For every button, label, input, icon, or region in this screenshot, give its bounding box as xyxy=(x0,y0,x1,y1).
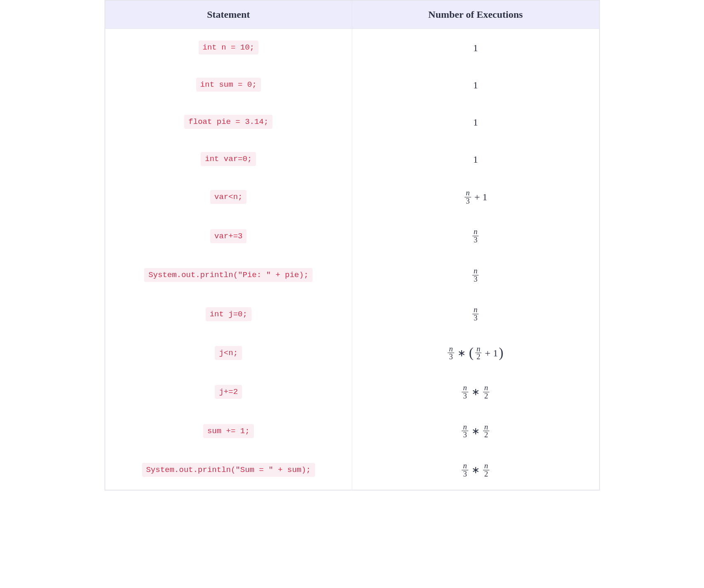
math-expression: 1 xyxy=(473,42,478,52)
statement-cell: j<n; xyxy=(105,334,352,372)
statement-cell: int n = 10; xyxy=(105,29,352,66)
statement-cell: int sum = 0; xyxy=(105,66,352,103)
math-expression: n3 xyxy=(472,269,479,280)
table-row: int n = 10;1 xyxy=(105,29,599,66)
math-expression: n3∗n2 xyxy=(461,386,490,396)
table-row: float pie = 3.14;1 xyxy=(105,103,599,140)
executions-cell: n3∗(n2+1) xyxy=(352,334,600,372)
math-expression: n3 xyxy=(472,308,479,318)
code-statement: var<n; xyxy=(210,190,247,204)
executions-cell: n3 xyxy=(352,294,600,333)
code-statement: int n = 10; xyxy=(199,40,258,55)
code-statement: int sum = 0; xyxy=(196,78,261,92)
code-statement: int var=0; xyxy=(201,152,256,166)
statement-cell: int var=0; xyxy=(105,140,352,178)
executions-cell: n3∗n2 xyxy=(352,372,600,411)
math-expression: n3∗n2 xyxy=(461,424,490,435)
statement-cell: int j=0; xyxy=(105,294,352,333)
code-statement: j+=2 xyxy=(215,385,242,399)
table-row: j<n;n3∗(n2+1) xyxy=(105,334,599,372)
statement-cell: var+=3 xyxy=(105,216,352,255)
table-container: Statement Number of Executions int n = 1… xyxy=(104,0,600,491)
math-expression: n3 xyxy=(472,230,479,240)
executions-cell: n3+1 xyxy=(352,178,600,216)
executions-cell: n3 xyxy=(352,216,600,255)
header-executions: Number of Executions xyxy=(352,1,600,29)
table-row: int j=0;n3 xyxy=(105,294,599,333)
code-statement: j<n; xyxy=(215,346,242,360)
executions-cell: 1 xyxy=(352,103,600,140)
table-row: var<n;n3+1 xyxy=(105,178,599,216)
table-row: System.out.println("Sum = " + sum);n3∗n2 xyxy=(105,450,599,490)
math-expression: n3+1 xyxy=(464,191,487,202)
code-statement: var+=3 xyxy=(210,229,247,243)
table-row: int var=0;1 xyxy=(105,140,599,178)
statement-cell: System.out.println("Pie: " + pie); xyxy=(105,256,352,294)
executions-cell: n3 xyxy=(352,256,600,294)
code-statement: float pie = 3.14; xyxy=(184,115,273,129)
table-row: var+=3n3 xyxy=(105,216,599,255)
table-row: j+=2n3∗n2 xyxy=(105,372,599,411)
math-expression: n3∗n2 xyxy=(461,464,490,474)
table-row: int sum = 0;1 xyxy=(105,66,599,103)
statement-cell: var<n; xyxy=(105,178,352,216)
code-statement: System.out.println("Sum = " + sum); xyxy=(142,463,315,477)
executions-cell: 1 xyxy=(352,29,600,66)
executions-cell: 1 xyxy=(352,66,600,103)
header-statement: Statement xyxy=(105,1,352,29)
code-statement: sum += 1; xyxy=(203,424,254,438)
executions-cell: 1 xyxy=(352,140,600,178)
executions-cell: n3∗n2 xyxy=(352,412,600,450)
statement-cell: j+=2 xyxy=(105,372,352,411)
statement-cell: System.out.println("Sum = " + sum); xyxy=(105,450,352,490)
table-row: System.out.println("Pie: " + pie);n3 xyxy=(105,256,599,294)
math-expression: 1 xyxy=(473,153,478,164)
math-expression: 1 xyxy=(473,116,478,127)
code-statement: System.out.println("Pie: " + pie); xyxy=(144,268,313,282)
math-expression: 1 xyxy=(473,79,478,90)
table-row: sum += 1;n3∗n2 xyxy=(105,412,599,450)
executions-cell: n3∗n2 xyxy=(352,450,600,490)
code-statement: int j=0; xyxy=(206,307,251,321)
math-expression: n3∗(n2+1) xyxy=(447,346,504,357)
statement-cell: sum += 1; xyxy=(105,412,352,450)
executions-table: Statement Number of Executions int n = 1… xyxy=(105,0,600,490)
statement-cell: float pie = 3.14; xyxy=(105,103,352,140)
